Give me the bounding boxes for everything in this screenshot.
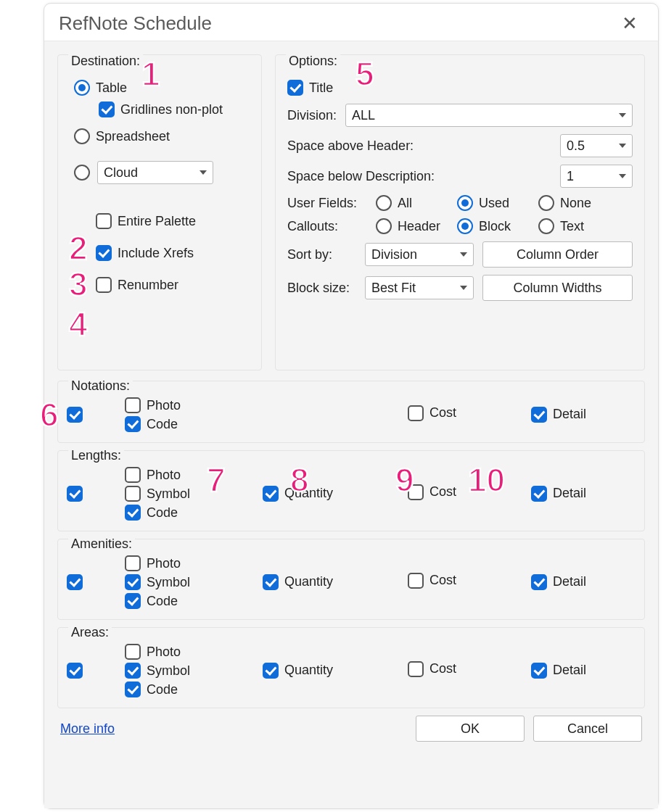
callouts-block-radio[interactable]: Block: [457, 218, 530, 234]
amenities-photo-checkbox[interactable]: Photo: [125, 555, 248, 571]
checkbox-icon: [531, 574, 547, 590]
userfields-none-radio[interactable]: None: [538, 195, 591, 211]
areas-symbol-checkbox[interactable]: Symbol: [125, 663, 248, 679]
include-xrefs-checkbox[interactable]: Include Xrefs: [96, 245, 250, 261]
callouts-text-radio[interactable]: Text: [538, 218, 584, 234]
lengths-group: Lengths: Photo Symbol Code Quantity Cost…: [57, 450, 645, 531]
amenities-group: Amenities: Photo Symbol Code Quantity Co…: [57, 539, 645, 620]
lengths-symbol-checkbox[interactable]: Symbol: [125, 486, 248, 502]
checkbox-icon: [263, 574, 279, 590]
chevron-down-icon: [460, 286, 467, 290]
gridlines-checkbox[interactable]: Gridlines non-plot: [99, 102, 223, 117]
notations-detail-checkbox[interactable]: Detail: [531, 407, 586, 423]
areas-detail-checkbox[interactable]: Detail: [531, 663, 586, 679]
radio-icon: [457, 218, 473, 234]
amenities-enable-checkbox[interactable]: [67, 574, 83, 590]
block-size-select[interactable]: Best Fit: [365, 276, 474, 299]
destination-group: Destination: Table Gridlines non-plot: [57, 54, 262, 370]
checkbox-icon: [125, 486, 141, 502]
checkbox-icon: [96, 245, 112, 261]
radio-icon: [457, 195, 473, 211]
callouts-text-label: Text: [560, 219, 584, 234]
dest-cloud-radio[interactable]: [74, 165, 90, 181]
block-size-label: Block size:: [287, 281, 356, 296]
areas-enable-checkbox[interactable]: [67, 663, 83, 679]
space-below-select[interactable]: 1: [560, 165, 633, 188]
userfields-used-radio[interactable]: Used: [457, 195, 530, 211]
checkbox-icon: [125, 467, 141, 483]
checkbox-icon: [408, 661, 424, 677]
notations-photo-checkbox[interactable]: Photo: [125, 397, 248, 413]
column-order-button[interactable]: Column Order: [482, 241, 633, 268]
space-below-value: 1: [567, 169, 574, 184]
userfields-all-label: All: [398, 196, 412, 211]
sort-by-select[interactable]: Division: [365, 243, 474, 266]
lengths-cost-checkbox[interactable]: Cost: [408, 484, 456, 500]
amenities-cost-checkbox[interactable]: Cost: [408, 573, 456, 589]
areas-quantity-checkbox[interactable]: Quantity: [263, 663, 333, 679]
options-group: Options: Title Division: ALL Space abo: [275, 54, 645, 370]
options-legend: Options:: [286, 54, 340, 69]
amenities-symbol-checkbox[interactable]: Symbol: [125, 574, 248, 590]
amenities-code-checkbox[interactable]: Code: [125, 593, 248, 609]
entire-palette-label: Entire Palette: [118, 214, 196, 229]
areas-cost-checkbox[interactable]: Cost: [408, 661, 456, 677]
sort-by-value: Division: [371, 247, 417, 262]
dest-cloud-value: Cloud: [104, 165, 138, 181]
renumber-checkbox[interactable]: Renumber: [96, 277, 250, 293]
notations-cost-checkbox[interactable]: Cost: [408, 405, 456, 421]
radio-icon: [376, 218, 392, 234]
ok-button[interactable]: OK: [416, 716, 525, 742]
checkbox-icon: [125, 644, 141, 660]
renumber-label: Renumber: [118, 278, 178, 293]
areas-group: Areas: Photo Symbol Code Quantity Cost D…: [57, 627, 645, 708]
cancel-button[interactable]: Cancel: [533, 716, 642, 742]
checkbox-icon: [125, 663, 141, 679]
amenities-quantity-checkbox[interactable]: Quantity: [263, 574, 333, 590]
callouts-header-label: Header: [398, 219, 440, 234]
dest-table-radio[interactable]: Table: [74, 80, 127, 96]
checkbox-icon: [125, 416, 141, 432]
division-select[interactable]: ALL: [345, 104, 633, 127]
checkbox-icon: [531, 486, 547, 502]
checkbox-icon: [67, 486, 83, 502]
callouts-label: Callouts:: [287, 219, 367, 234]
destination-legend: Destination:: [68, 54, 143, 69]
areas-photo-checkbox[interactable]: Photo: [125, 644, 248, 660]
chevron-down-icon: [619, 174, 626, 178]
entire-palette-checkbox[interactable]: Entire Palette: [96, 213, 250, 229]
lengths-quantity-checkbox[interactable]: Quantity: [263, 486, 333, 502]
more-info-link[interactable]: More info: [60, 721, 115, 737]
amenities-detail-checkbox[interactable]: Detail: [531, 574, 586, 590]
lengths-detail-checkbox[interactable]: Detail: [531, 486, 586, 502]
refnote-schedule-dialog: RefNote Schedule ✕ Destination: Table Gr…: [44, 3, 659, 809]
lengths-photo-checkbox[interactable]: Photo: [125, 467, 248, 483]
notations-enable-checkbox[interactable]: [67, 407, 83, 423]
userfields-all-radio[interactable]: All: [376, 195, 448, 211]
lengths-enable-checkbox[interactable]: [67, 486, 83, 502]
sort-by-label: Sort by:: [287, 247, 356, 262]
checkbox-icon: [408, 573, 424, 589]
dialog-title: RefNote Schedule: [59, 12, 212, 35]
dest-table-label: Table: [96, 80, 127, 96]
dest-cloud-select[interactable]: Cloud: [97, 161, 213, 184]
checkbox-icon: [96, 213, 112, 229]
close-icon[interactable]: ✕: [616, 11, 644, 36]
callouts-block-label: Block: [479, 219, 511, 234]
chevron-down-icon: [619, 144, 626, 148]
column-widths-button[interactable]: Column Widths: [482, 275, 633, 301]
lengths-code-checkbox[interactable]: Code: [125, 505, 248, 521]
userfields-none-label: None: [560, 196, 591, 211]
checkbox-icon: [99, 102, 115, 117]
radio-icon: [74, 80, 90, 96]
space-above-select[interactable]: 0.5: [560, 134, 633, 157]
dest-spreadsheet-radio[interactable]: Spreadsheet: [74, 128, 170, 144]
notations-code-checkbox[interactable]: Code: [125, 416, 248, 432]
callouts-header-radio[interactable]: Header: [376, 218, 448, 234]
notations-legend: Notations:: [68, 378, 133, 394]
checkbox-icon: [531, 407, 547, 423]
checkbox-icon: [67, 407, 83, 423]
radio-icon: [376, 195, 392, 211]
title-checkbox[interactable]: Title: [287, 80, 333, 96]
areas-code-checkbox[interactable]: Code: [125, 682, 248, 697]
